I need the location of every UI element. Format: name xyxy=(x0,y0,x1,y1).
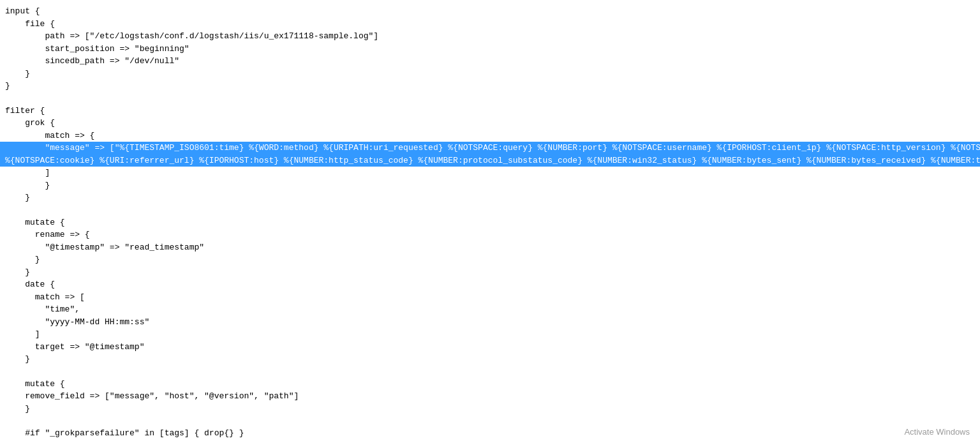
code-line xyxy=(0,93,980,105)
code-line: ] xyxy=(0,167,980,179)
code-line: date { xyxy=(0,278,980,291)
code-line xyxy=(0,415,980,427)
code-editor: input { file { path => ["/etc/logstash/c… xyxy=(0,0,980,443)
code-line: "@timestamp" => "read_timestamp" xyxy=(0,241,980,254)
code-line: rename => { xyxy=(0,229,980,241)
code-line: start_position => "beginning" xyxy=(0,43,980,56)
code-line: "message" => ["%{TIMESTAMP_ISO8601:time}… xyxy=(0,142,980,154)
code-line: match => [ xyxy=(0,291,980,304)
code-line: grok { xyxy=(0,117,980,130)
code-line: } xyxy=(0,68,980,80)
code-line: remove_field => ["message", "host", "@ve… xyxy=(0,390,980,403)
code-line: } xyxy=(0,191,980,204)
code-line: } xyxy=(0,403,980,416)
code-line: ] xyxy=(0,328,980,341)
code-line: } xyxy=(0,80,980,93)
code-line: } xyxy=(0,266,980,279)
code-line: "time", xyxy=(0,303,980,316)
code-line: filter { xyxy=(0,105,980,117)
code-line xyxy=(0,366,980,378)
code-line: target => "@timestamp" xyxy=(0,341,980,354)
code-line: match => { xyxy=(0,130,980,142)
code-line: input { xyxy=(0,5,980,18)
code-line: path => ["/etc/logstash/conf.d/logstash/… xyxy=(0,30,980,43)
code-line: sincedb_path => "/dev/null" xyxy=(0,55,980,68)
code-line: } xyxy=(0,353,980,366)
code-line: file { xyxy=(0,18,980,31)
code-line: %{NOTSPACE:cookie} %{URI:referrer_url} %… xyxy=(0,154,980,167)
code-line: "yyyy-MM-dd HH:mm:ss" xyxy=(0,316,980,329)
code-line: } xyxy=(0,253,980,266)
activate-windows-watermark: Activate Windows xyxy=(904,427,970,437)
code-line xyxy=(0,440,980,444)
code-line xyxy=(0,204,980,216)
code-line: } xyxy=(0,179,980,192)
code-line: mutate { xyxy=(0,378,980,391)
code-line: mutate { xyxy=(0,216,980,229)
code-line: #if "_grokparsefailure" in [tags] { drop… xyxy=(0,427,980,440)
